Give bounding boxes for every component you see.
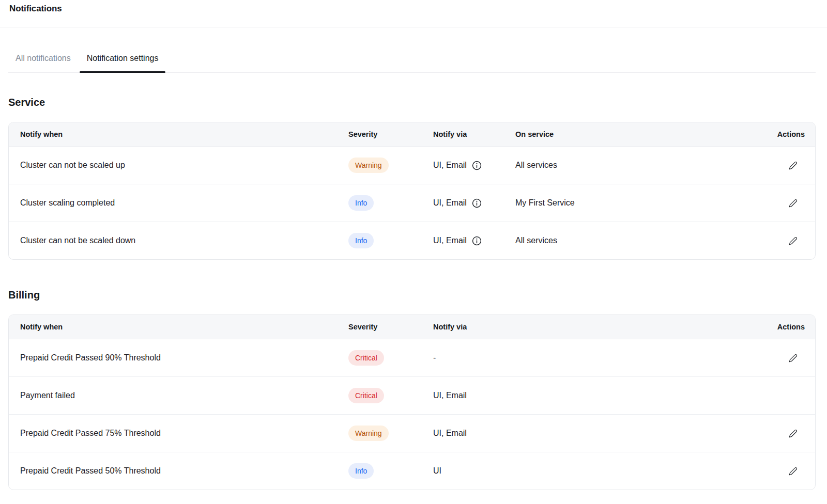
section-service: ServiceNotify whenSeverityNotify viaOn s… (8, 96, 816, 260)
info-icon[interactable] (472, 198, 482, 208)
actions-cell (753, 197, 815, 210)
column-header-notify-when: Notify when (9, 130, 348, 138)
notify-via-value: UI, Email (433, 391, 467, 400)
notify-when-cell: Prepaid Credit Passed 50% Threshold (9, 466, 348, 476)
notify-when-cell: Cluster can not be scaled down (9, 236, 348, 245)
edit-button[interactable] (787, 234, 800, 247)
tabs: All notificationsNotification settings (8, 53, 816, 73)
notify-via-cell: UI, Email (433, 429, 753, 438)
pencil-icon (789, 429, 798, 438)
column-header-severity: Severity (348, 130, 433, 138)
edit-button[interactable] (787, 159, 800, 172)
severity-badge: Critical (348, 350, 384, 366)
severity-badge: Warning (348, 426, 389, 441)
notify-via-cell: UI, Email (433, 198, 515, 208)
severity-cell: Info (348, 463, 433, 479)
severity-cell: Info (348, 233, 433, 248)
table-row: Prepaid Credit Passed 90% ThresholdCriti… (9, 339, 815, 376)
notifications-page: Notifications All notificationsNotificat… (0, 3, 827, 490)
edit-button[interactable] (787, 352, 800, 365)
page-title: Notifications (9, 3, 816, 14)
column-header-severity: Severity (348, 323, 433, 331)
table-body: Cluster can not be scaled upWarningUI, E… (9, 146, 815, 259)
service-table: Notify whenSeverityNotify viaOn serviceA… (8, 122, 816, 260)
notify-via-cell: UI, Email (433, 391, 753, 400)
info-icon[interactable] (472, 161, 482, 170)
actions-cell (753, 159, 815, 172)
table-header-row: Notify whenSeverityNotify viaActions (9, 315, 815, 339)
notify-via-value: UI, Email (433, 198, 467, 208)
sections: ServiceNotify whenSeverityNotify viaOn s… (8, 96, 816, 490)
severity-cell: Critical (348, 350, 433, 366)
notify-via-value: - (433, 353, 436, 363)
table-row: Cluster scaling completedInfoUI, EmailMy… (9, 184, 815, 222)
column-header-notify-when: Notify when (9, 323, 348, 331)
column-header-notify-via: Notify via (433, 130, 515, 138)
info-icon[interactable] (472, 236, 482, 246)
notify-via-cell: UI, Email (433, 236, 515, 246)
table-header-row: Notify whenSeverityNotify viaOn serviceA… (9, 122, 815, 146)
on-service-cell: All services (515, 161, 753, 170)
notify-via-cell: UI, Email (433, 161, 515, 170)
notify-via-value: UI, Email (433, 161, 467, 170)
notify-via-cell: UI (433, 466, 753, 476)
notify-via-value: UI (433, 466, 441, 476)
tab-notification-settings[interactable]: Notification settings (80, 53, 166, 72)
pencil-icon (789, 161, 798, 170)
notify-via-value: UI, Email (433, 429, 467, 438)
table-body: Prepaid Credit Passed 90% ThresholdCriti… (9, 339, 815, 490)
severity-badge: Info (348, 463, 374, 479)
column-header-notify-via: Notify via (433, 323, 753, 331)
on-service-cell: All services (515, 236, 753, 245)
notify-when-cell: Prepaid Credit Passed 75% Threshold (9, 429, 348, 438)
severity-badge: Critical (348, 388, 384, 403)
notify-when-cell: Cluster scaling completed (9, 198, 348, 208)
severity-badge: Info (348, 195, 374, 211)
column-header-actions: Actions (753, 130, 815, 138)
table-head: Notify whenSeverityNotify viaActions (9, 315, 815, 339)
section-title-service: Service (8, 96, 816, 108)
actions-cell (753, 427, 815, 440)
section-title-billing: Billing (8, 289, 816, 301)
pencil-icon (789, 237, 798, 245)
notify-via-cell: - (433, 353, 753, 363)
pencil-icon (789, 354, 798, 363)
section-billing: BillingNotify whenSeverityNotify viaActi… (8, 289, 816, 490)
tab-all-notifications[interactable]: All notifications (8, 53, 78, 72)
pencil-icon (789, 467, 798, 476)
notify-when-cell: Payment failed (9, 391, 348, 400)
billing-table: Notify whenSeverityNotify viaActionsPrep… (8, 314, 816, 490)
table-row: Prepaid Credit Passed 75% ThresholdWarni… (9, 414, 815, 452)
severity-cell: Info (348, 195, 433, 211)
severity-badge: Info (348, 233, 374, 248)
edit-button[interactable] (787, 197, 800, 210)
actions-cell (753, 352, 815, 365)
table-row: Prepaid Credit Passed 50% ThresholdInfoU… (9, 452, 815, 490)
severity-badge: Warning (348, 158, 389, 173)
severity-cell: Warning (348, 158, 433, 173)
pencil-icon (789, 199, 798, 208)
table-row: Payment failedCriticalUI, Email (9, 376, 815, 414)
notify-when-cell: Cluster can not be scaled up (9, 161, 348, 170)
actions-cell (753, 234, 815, 247)
on-service-cell: My First Service (515, 198, 753, 208)
column-header-actions: Actions (753, 323, 815, 331)
actions-cell (753, 465, 815, 478)
edit-button[interactable] (787, 465, 800, 478)
title-divider (0, 27, 827, 27)
table-row: Cluster can not be scaled downInfoUI, Em… (9, 222, 815, 259)
table-row: Cluster can not be scaled upWarningUI, E… (9, 146, 815, 184)
notify-via-value: UI, Email (433, 236, 467, 245)
table-head: Notify whenSeverityNotify viaOn serviceA… (9, 122, 815, 146)
severity-cell: Warning (348, 426, 433, 441)
notify-when-cell: Prepaid Credit Passed 90% Threshold (9, 353, 348, 363)
edit-button[interactable] (787, 427, 800, 440)
severity-cell: Critical (348, 388, 433, 403)
column-header-on-service: On service (515, 130, 753, 138)
